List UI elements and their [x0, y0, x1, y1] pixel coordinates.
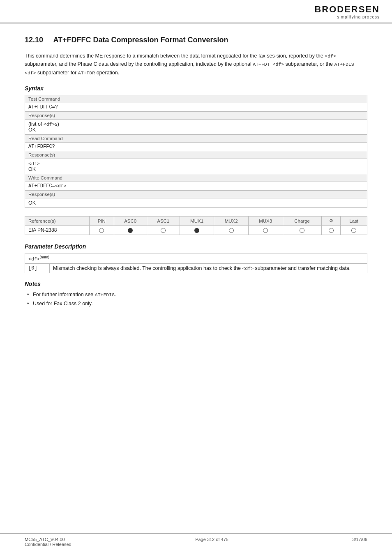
logo-name: BRODERSEN: [314, 4, 380, 15]
read-command-code: AT+FDFFC?: [25, 143, 367, 151]
footer-left: MC55_ATC_V04.00 Confidential / Released: [25, 537, 71, 547]
note-item-0: For further information see AT+FDIS.: [29, 290, 367, 299]
footer-center: Page 312 of 475: [195, 537, 228, 547]
main-content: 12.10 AT+FDFFC Data Compression Format C…: [0, 23, 392, 325]
ref-value: EIA PN-2388: [25, 226, 90, 235]
pin-col-header: PIN: [89, 216, 114, 226]
param-desc-title: Parameter Description: [25, 243, 367, 250]
notes-list: For further information see AT+FDIS. Use…: [25, 290, 367, 308]
param-header-row: <df>(num): [25, 253, 367, 264]
test-command-label: Test Command: [25, 95, 367, 103]
write-response-ok: OK: [28, 200, 36, 206]
read-response-label: Response(s): [25, 151, 367, 159]
read-command-label: Read Command: [25, 135, 367, 143]
section-title: 12.10 AT+FDFFC Data Compression Format C…: [25, 36, 367, 44]
test-response-header-row: Response(s): [25, 112, 367, 120]
note-item-1: Used for Fax Class 2 only.: [29, 299, 367, 308]
test-response-label: Response(s): [25, 112, 367, 120]
write-response-row: OK: [25, 198, 367, 208]
test-command-row: AT+FDFFC=?: [25, 103, 367, 112]
intro-text2: subparameter, and the Phase C data desir…: [25, 61, 253, 67]
param-table: <df>(num) [0] Mismatch checking is alway…: [25, 253, 367, 273]
test-response-ok: OK: [28, 127, 36, 133]
read-response-row: <df> OK: [25, 159, 367, 174]
test-response-row: (list of <df>s) OK: [25, 120, 367, 135]
write-command-code: AT+FDFFC=<df>: [25, 182, 367, 191]
read-response-content: <df> OK: [25, 159, 367, 174]
syntax-table: Test Command AT+FDFFC=? Response(s) (lis…: [25, 95, 367, 208]
charge-col-header: Charge: [283, 216, 321, 226]
param-header-code: <df>: [28, 256, 40, 262]
intro-text1: This command determines the ME response …: [25, 53, 325, 59]
intro-text4: subparameter for: [36, 70, 78, 76]
footer-page: Page 312 of 475: [195, 537, 228, 542]
ref-data-row: EIA PN-2388: [25, 226, 367, 235]
test-response-content: (list of <df>s) OK: [25, 120, 367, 135]
write-command-header-row: Write Command: [25, 174, 367, 182]
circle-empty-icon: [351, 228, 356, 233]
note-text1-1: Used for Fax Class 2 only.: [33, 301, 93, 306]
mux3-col-header: MUX3: [248, 216, 283, 226]
param-desc-code: <df>: [242, 266, 254, 271]
vcheck-col-header: ⚙: [321, 216, 340, 226]
read-response-ok: OK: [28, 166, 36, 172]
mux2-circle: [214, 226, 249, 235]
asc0-col-header: ASC0: [114, 216, 147, 226]
asc0-circle: [114, 226, 147, 235]
intro-code4: AT+FDR: [78, 70, 95, 76]
write-response-content: OK: [25, 198, 367, 208]
test-response-text1: (list of: [28, 121, 44, 127]
footer-doc-id: MC55_ATC_V04.00: [25, 537, 71, 542]
read-command-row: AT+FDFFC?: [25, 143, 367, 151]
footer-right: 3/17/06: [352, 537, 367, 547]
param-row-0: [0] Mismatch checking is always disabled…: [25, 264, 367, 273]
circle-empty-icon: [329, 228, 334, 233]
test-response-text2: s): [55, 121, 59, 127]
note-text1-0: For further information see: [33, 292, 95, 297]
intro-code2: AT+FDT <df>: [253, 62, 284, 67]
section-heading: AT+FDFFC Data Compression Format Convers…: [53, 36, 228, 44]
ref-col-header: Reference(s): [25, 216, 90, 226]
test-command-header-row: Test Command: [25, 95, 367, 103]
circle-filled-icon: [128, 228, 133, 233]
vcheck-circle: [321, 226, 340, 235]
circle-empty-icon: [300, 228, 304, 233]
pin-circle: [89, 226, 114, 235]
reference-table: Reference(s) PIN ASC0 ASC1 MUX1 MUX2 MUX…: [25, 216, 367, 235]
test-command-code: AT+FDFFC=?: [25, 103, 367, 112]
footer: MC55_ATC_V04.00 Confidential / Released …: [0, 533, 392, 547]
intro-text3: subparameter, or the: [284, 61, 334, 67]
header: BRODERSEN simplifying process: [0, 0, 392, 23]
read-response-header-row: Response(s): [25, 151, 367, 159]
circle-empty-icon: [229, 228, 234, 233]
ref-header-row: Reference(s) PIN ASC0 ASC1 MUX1 MUX2 MUX…: [25, 216, 367, 226]
param-header-cell: <df>(num): [25, 253, 367, 264]
mux1-col-header: MUX1: [180, 216, 214, 226]
circle-empty-icon: [161, 228, 166, 233]
circle-empty-icon: [99, 228, 104, 233]
syntax-title: Syntax: [25, 85, 367, 92]
param-desc-0: Mismatch checking is always disabled. Th…: [50, 264, 367, 273]
write-command-label: Write Command: [25, 174, 367, 182]
read-response-code: <df>: [28, 161, 40, 166]
note-text2-0: .: [115, 292, 116, 297]
read-command-header-row: Read Command: [25, 135, 367, 143]
mux2-col-header: MUX2: [214, 216, 249, 226]
write-response-header-row: Response(s): [25, 191, 367, 198]
note-code-0: AT+FDIS: [95, 292, 115, 297]
param-desc-text2: subparameter and transfer matching data.: [254, 265, 350, 271]
write-response-label: Response(s): [25, 191, 367, 198]
write-command-row: AT+FDFFC=<df>: [25, 182, 367, 191]
last-col-header: Last: [341, 216, 367, 226]
charge-circle: [283, 226, 321, 235]
notes-title: Notes: [25, 281, 367, 287]
logo-area: BRODERSEN simplifying process: [314, 4, 380, 19]
mux3-circle: [248, 226, 283, 235]
logo-sub: simplifying process: [337, 15, 380, 19]
asc1-circle: [147, 226, 180, 235]
footer-date: 3/17/06: [352, 537, 367, 542]
last-circle: [341, 226, 367, 235]
test-response-code1: <df>: [44, 122, 55, 127]
circle-empty-icon: [263, 228, 268, 233]
intro-text5: operation.: [95, 70, 119, 76]
